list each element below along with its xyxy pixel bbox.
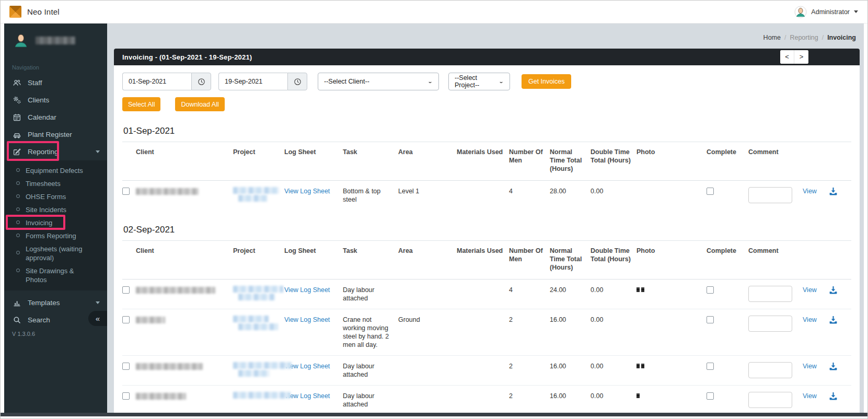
project-name-redacted: [238, 294, 275, 300]
breadcrumb-home[interactable]: Home: [763, 34, 781, 41]
client-select[interactable]: --Select Client-- ⌄: [318, 73, 439, 90]
table-row: View Log SheetDay labour attached424.000…: [122, 280, 851, 309]
row-select-checkbox[interactable]: [122, 286, 130, 294]
complete-checkbox[interactable]: [707, 188, 714, 195]
download-icon[interactable]: [829, 318, 838, 325]
column-header-view: [803, 241, 829, 280]
row-select-checkbox[interactable]: [122, 392, 130, 400]
sections-host: 01-Sep-2021ClientProjectLog SheetTaskAre…: [122, 126, 851, 413]
project-select[interactable]: --Select Project-- ⌄: [448, 73, 510, 90]
area-cell: Level 1: [398, 181, 457, 211]
photo-cell: [636, 280, 707, 309]
sidebar-item-reporting[interactable]: Reporting: [4, 143, 107, 160]
user-menu[interactable]: Administrator: [794, 6, 867, 18]
user-name-redacted: [36, 37, 75, 44]
photo-thumbnail[interactable]: [636, 393, 640, 398]
row-select-checkbox[interactable]: [122, 188, 130, 195]
view-log-sheet-link[interactable]: View Log Sheet: [284, 316, 330, 323]
download-icon[interactable]: [829, 190, 838, 197]
sidebar-item-ohse-forms[interactable]: OHSE Forms: [4, 190, 107, 203]
edit-icon: [13, 148, 21, 156]
sidebar-collapse-button[interactable]: «: [88, 311, 107, 326]
invoice-table: ClientProjectLog SheetTaskAreaMaterials …: [122, 240, 851, 413]
column-header-dl: [829, 142, 851, 181]
date-to-input[interactable]: [218, 73, 287, 90]
date-to-addon[interactable]: [287, 73, 307, 90]
download-icon[interactable]: [829, 365, 838, 372]
normal-time-cell: 16.00: [550, 386, 591, 413]
sidebar-item-timesheets[interactable]: Timesheets: [4, 177, 107, 190]
breadcrumb-invoicing: Invoicing: [827, 34, 856, 41]
column-header-normal: Normal Time Total (Hours): [550, 241, 591, 280]
sidebar-item-staff[interactable]: Staff: [4, 74, 107, 91]
pager-prev-button[interactable]: <: [780, 50, 794, 64]
task-cell: Day labour attached: [343, 386, 398, 413]
get-invoices-button[interactable]: Get Invoices: [522, 74, 571, 89]
pager-next-button[interactable]: >: [794, 50, 808, 64]
column-header-comment: Comment: [748, 241, 803, 280]
number-of-men-cell: 2: [509, 386, 550, 413]
sidebar-item-plant-register[interactable]: Plant Register: [4, 126, 107, 143]
sidebar-item-invoicing[interactable]: Invoicing: [4, 216, 107, 229]
sidebar-item-logsheets-waiting-approval[interactable]: Logsheets (waiting approval): [4, 242, 107, 264]
task-cell: Crane not working moving steel by hand. …: [343, 309, 398, 356]
sidebar-item-templates[interactable]: Templates: [4, 294, 107, 311]
row-select-checkbox[interactable]: [122, 316, 130, 323]
date-from-addon[interactable]: [191, 73, 211, 90]
sidebar: Navigation Staff Clients Calendar Plant …: [4, 24, 107, 413]
view-link[interactable]: View: [803, 316, 817, 323]
area-cell: [398, 386, 457, 413]
sidebar-item-site-incidents[interactable]: Site Incidents: [4, 203, 107, 216]
sidebar-item-clients[interactable]: Clients: [4, 91, 107, 109]
view-link[interactable]: View: [803, 363, 817, 370]
sidebar-item-label: Calendar: [28, 114, 56, 121]
brand[interactable]: Neo Intel: [1, 6, 60, 18]
sidebar-item-equipment-defects[interactable]: Equipment Defects: [4, 164, 107, 177]
view-link[interactable]: View: [803, 188, 817, 195]
complete-checkbox[interactable]: [707, 363, 714, 370]
download-icon[interactable]: [829, 288, 838, 296]
task-cell: Bottom & top steel: [343, 181, 398, 211]
photo-cell: [636, 356, 707, 386]
breadcrumb-reporting[interactable]: Reporting: [790, 34, 818, 41]
view-link[interactable]: View: [803, 286, 817, 294]
photo-thumbnail[interactable]: [636, 287, 640, 292]
sidebar-item-site-drawings-photos[interactable]: Site Drawings & Photos: [4, 264, 107, 286]
number-of-men-cell: 2: [509, 309, 550, 356]
complete-checkbox[interactable]: [707, 392, 714, 400]
column-header-materials: Materials Used: [457, 142, 509, 181]
column-header-logsheet: Log Sheet: [284, 241, 343, 280]
comment-input[interactable]: [748, 286, 792, 302]
comment-input[interactable]: [748, 316, 792, 332]
calendar-icon: [13, 113, 21, 121]
download-all-button[interactable]: Download All: [175, 97, 224, 111]
photo-thumbnail[interactable]: [641, 364, 644, 368]
column-header-check: [122, 142, 136, 181]
column-header-complete: Complete: [707, 142, 748, 181]
photo-thumbnail[interactable]: [636, 364, 640, 368]
circle-icon: [16, 194, 20, 198]
sidebar-item-calendar[interactable]: Calendar: [4, 109, 107, 126]
row-select-checkbox[interactable]: [122, 363, 130, 370]
select-all-button[interactable]: Select All: [122, 97, 160, 111]
circle-icon: [16, 168, 20, 172]
users-icon: [13, 79, 21, 87]
column-header-double: Double Time Total (Hours): [591, 142, 636, 181]
reporting-submenu: Equipment Defects Timesheets OHSE Forms …: [4, 160, 107, 290]
complete-checkbox[interactable]: [707, 316, 714, 323]
complete-checkbox[interactable]: [707, 286, 714, 294]
view-log-sheet-link[interactable]: View Log Sheet: [284, 392, 330, 400]
date-from-input[interactable]: [122, 73, 191, 90]
view-log-sheet-link[interactable]: View Log Sheet: [284, 286, 330, 294]
view-link[interactable]: View: [803, 392, 817, 400]
comment-input[interactable]: [748, 187, 792, 203]
column-header-dl: [829, 241, 851, 280]
comment-input[interactable]: [748, 392, 792, 408]
project-name-redacted: [238, 370, 270, 377]
circle-icon: [16, 269, 20, 272]
comment-input[interactable]: [748, 362, 792, 378]
photo-thumbnail[interactable]: [641, 287, 644, 292]
sidebar-item-forms-reporting[interactable]: Forms Reporting: [4, 229, 107, 242]
download-icon[interactable]: [829, 394, 838, 402]
view-log-sheet-link[interactable]: View Log Sheet: [284, 188, 330, 195]
